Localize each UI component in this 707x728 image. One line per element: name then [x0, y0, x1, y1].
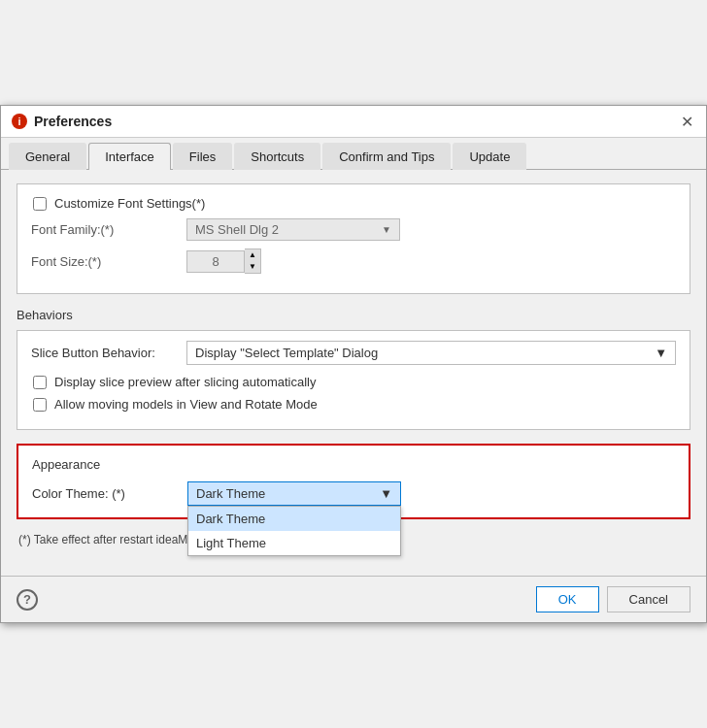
slice-behavior-value: Display "Select Template" Dialog: [195, 346, 378, 360]
bottom-bar: ? OK Cancel: [1, 576, 706, 622]
font-size-row: Font Size:(*) ▲ ▼: [31, 248, 676, 274]
spinner-down-button[interactable]: ▼: [245, 261, 260, 273]
bottom-buttons: OK Cancel: [536, 586, 690, 612]
preview-label: Display slice preview after slicing auto…: [54, 375, 317, 389]
rotate-mode-label: Allow moving models in View and Rotate M…: [54, 397, 318, 412]
color-theme-dropdown-list: Dark Theme Light Theme: [187, 506, 401, 556]
svg-text:i: i: [17, 116, 20, 127]
appearance-section: Appearance Color Theme: (*) Dark Theme ▼…: [17, 444, 690, 519]
preferences-dialog: i Preferences ✕ General Interface Files …: [0, 105, 707, 623]
app-icon: i: [11, 113, 28, 130]
font-family-label: Font Family:(*): [31, 222, 186, 237]
spinner-up-button[interactable]: ▲: [245, 249, 260, 261]
behaviors-content: Slice Button Behavior: Display "Select T…: [17, 330, 690, 430]
tab-shortcuts[interactable]: Shortcuts: [234, 143, 320, 170]
color-theme-label: Color Theme: (*): [32, 481, 187, 501]
appearance-title: Appearance: [32, 457, 675, 472]
font-family-control: MS Shell Dlg 2 ▼: [186, 218, 676, 241]
font-family-arrow-icon: ▼: [382, 224, 391, 235]
font-settings-section: Customize Font Settings(*) Font Family:(…: [17, 183, 690, 294]
slice-behavior-dropdown[interactable]: Display "Select Template" Dialog ▼: [186, 341, 676, 365]
font-size-spinner: ▲ ▼: [186, 248, 261, 274]
option-light-theme[interactable]: Light Theme: [188, 531, 400, 555]
font-family-select[interactable]: MS Shell Dlg 2 ▼: [186, 218, 400, 241]
tab-bar: General Interface Files Shortcuts Confir…: [1, 138, 706, 170]
tab-confirm-tips[interactable]: Confirm and Tips: [322, 143, 451, 170]
tab-update[interactable]: Update: [453, 143, 526, 170]
option-dark-theme[interactable]: Dark Theme: [188, 507, 400, 531]
font-size-control: ▲ ▼: [186, 248, 676, 274]
behaviors-section: Behaviors Slice Button Behavior: Display…: [17, 308, 690, 430]
rotate-mode-checkbox-row: Allow moving models in View and Rotate M…: [31, 397, 676, 412]
tab-general[interactable]: General: [9, 143, 86, 170]
title-bar: i Preferences ✕: [1, 106, 706, 138]
slice-behavior-arrow-icon: ▼: [655, 346, 667, 360]
color-theme-dropdown-wrap: Dark Theme ▼ Dark Theme Light Theme: [187, 481, 401, 506]
preview-checkbox[interactable]: [33, 376, 47, 389]
title-bar-left: i Preferences: [11, 113, 112, 130]
help-button[interactable]: ?: [17, 589, 38, 611]
behaviors-title: Behaviors: [17, 308, 690, 322]
font-size-input[interactable]: [186, 250, 245, 273]
font-size-label: Font Size:(*): [31, 254, 186, 269]
spinner-buttons: ▲ ▼: [245, 248, 261, 274]
dialog-title: Preferences: [34, 114, 112, 129]
ok-button[interactable]: OK: [536, 586, 599, 612]
color-theme-selected-value: Dark Theme: [196, 486, 265, 501]
rotate-mode-checkbox[interactable]: [33, 398, 47, 412]
content-area: Customize Font Settings(*) Font Family:(…: [1, 170, 706, 576]
font-family-row: Font Family:(*) MS Shell Dlg 2 ▼: [31, 218, 676, 241]
customize-font-label: Customize Font Settings(*): [54, 196, 205, 211]
font-family-value: MS Shell Dlg 2: [195, 222, 279, 237]
tab-interface[interactable]: Interface: [88, 143, 171, 170]
tab-files[interactable]: Files: [173, 143, 232, 170]
slice-behavior-label: Slice Button Behavior:: [31, 346, 186, 360]
close-button[interactable]: ✕: [677, 112, 696, 131]
cancel-button[interactable]: Cancel: [607, 586, 690, 612]
font-settings-checkbox-row: Customize Font Settings(*): [31, 196, 676, 211]
customize-font-checkbox[interactable]: [33, 197, 47, 211]
color-theme-dropdown[interactable]: Dark Theme ▼: [187, 481, 401, 506]
color-theme-row: Color Theme: (*) Dark Theme ▼ Dark Theme…: [32, 481, 675, 506]
slice-behavior-row: Slice Button Behavior: Display "Select T…: [31, 341, 676, 365]
color-theme-arrow-icon: ▼: [380, 486, 392, 501]
preview-checkbox-row: Display slice preview after slicing auto…: [31, 375, 676, 389]
